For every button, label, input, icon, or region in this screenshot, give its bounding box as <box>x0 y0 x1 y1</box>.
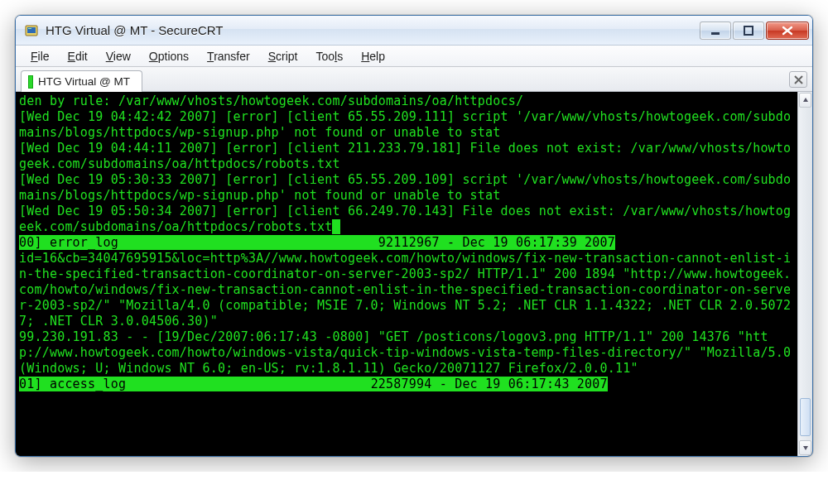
tabbar: HTG Virtual @ MT <box>16 67 812 92</box>
status-line-error-log: 00] error_log 92112967 - Dec 19 06:17:39… <box>19 235 615 250</box>
window-title: HTG Virtual @ MT - SecureCRT <box>46 23 700 37</box>
menu-edit[interactable]: Edit <box>60 48 96 65</box>
menu-transfer[interactable]: Transfer <box>199 48 258 65</box>
status-right: 22587994 - Dec 19 06:17:43 2007 <box>371 377 608 391</box>
menu-label: iew <box>113 50 131 63</box>
minimize-button[interactable] <box>700 22 731 40</box>
menu-tools[interactable]: Tools <box>308 48 352 65</box>
maximize-button[interactable] <box>733 22 764 40</box>
titlebar[interactable]: HTG Virtual @ MT - SecureCRT <box>16 16 812 46</box>
vertical-scrollbar[interactable] <box>797 92 812 456</box>
app-icon <box>24 23 39 38</box>
menu-label: cript <box>276 50 297 63</box>
terminal-area: den by rule: /var/www/vhosts/howtogeek.c… <box>16 92 812 456</box>
cursor-block <box>332 219 339 234</box>
menu-help[interactable]: Help <box>353 48 393 65</box>
log-block-1: den by rule: /var/www/vhosts/howtogeek.c… <box>19 94 791 234</box>
window-controls <box>700 22 809 40</box>
menubar: File Edit View Options Transfer Script T… <box>16 46 812 67</box>
status-left: 00] error_log <box>19 235 118 250</box>
tab-session[interactable]: HTG Virtual @ MT <box>21 70 142 92</box>
svg-rect-3 <box>711 32 720 35</box>
tab-active-indicator <box>28 75 33 89</box>
close-button[interactable] <box>766 22 809 40</box>
status-line-access-log: 01] access_log 22587994 - Dec 19 06:17:4… <box>19 377 608 391</box>
scroll-track[interactable] <box>798 108 812 439</box>
menu-label: Too <box>316 50 335 63</box>
menu-label: ptions <box>158 50 189 63</box>
menu-file[interactable]: File <box>22 48 58 65</box>
terminal-output[interactable]: den by rule: /var/www/vhosts/howtogeek.c… <box>16 92 797 456</box>
menu-view[interactable]: View <box>98 48 139 65</box>
menu-label: ransfer <box>214 50 250 63</box>
scroll-up-button[interactable] <box>799 93 811 108</box>
application-window: HTG Virtual @ MT - SecureCRT File Edit V… <box>15 15 813 457</box>
menu-options[interactable]: Options <box>141 48 197 65</box>
close-tab-button[interactable] <box>789 71 807 88</box>
svg-rect-2 <box>28 28 31 29</box>
scroll-down-button[interactable] <box>799 440 811 455</box>
menu-label: elp <box>369 50 385 63</box>
menu-label: dit <box>75 50 88 63</box>
scroll-thumb[interactable] <box>800 398 811 436</box>
log-block-2: id=16&cb=34047695915&loc=http%3A//www.ho… <box>19 251 799 376</box>
menu-label: ile <box>38 50 50 63</box>
menu-label: s <box>337 50 343 63</box>
menu-script[interactable]: Script <box>260 48 306 65</box>
tab-label: HTG Virtual @ MT <box>38 75 130 88</box>
svg-rect-4 <box>744 26 753 35</box>
status-left: 01] access_log <box>19 377 126 391</box>
status-right: 92112967 - Dec 19 06:17:39 2007 <box>378 235 615 250</box>
